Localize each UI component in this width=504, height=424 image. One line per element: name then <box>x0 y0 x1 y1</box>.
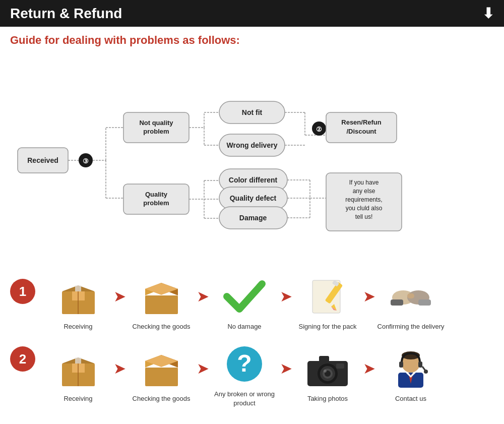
step-1-receiving-label: Receiving <box>64 322 92 331</box>
svg-text:/Discount: /Discount <box>346 128 376 135</box>
step-row-2: 2 Receiving ➤ <box>10 341 494 408</box>
box-open-icon-2 <box>136 346 186 391</box>
svg-text:any else: any else <box>353 188 375 195</box>
svg-rect-79 <box>145 368 178 386</box>
received-label: Received <box>27 156 58 164</box>
checkmark-icon <box>219 274 270 319</box>
step-2-receiving-label: Receiving <box>64 394 92 403</box>
svg-text:tell us!: tell us! <box>355 213 373 220</box>
step-1-checking: Checking the goods <box>123 274 199 331</box>
svg-text:Wrong delivery: Wrong delivery <box>227 141 278 149</box>
svg-text:Quality: Quality <box>145 191 168 198</box>
svg-text:problem: problem <box>143 128 169 135</box>
step-1-checking-label: Checking the goods <box>133 322 191 331</box>
step-1-signing-label: Signing for the pack <box>299 322 357 331</box>
svg-text:Color different: Color different <box>229 176 278 184</box>
step-2-any-broken-label: Any broken or wrong product <box>207 390 282 408</box>
step-1-receiving: Receiving <box>40 274 116 331</box>
svg-rect-71 <box>407 293 414 298</box>
header: Return & Refund ⬇ <box>0 0 504 27</box>
signing-icon <box>302 274 353 319</box>
svg-text:problem: problem <box>143 199 169 207</box>
svg-text:Not fit: Not fit <box>242 108 263 116</box>
svg-text:Not quality: Not quality <box>139 119 173 127</box>
svg-rect-59 <box>75 285 81 291</box>
step-2-contact: Contact us <box>373 346 449 403</box>
svg-rect-96 <box>399 361 403 368</box>
svg-rect-78 <box>75 357 81 364</box>
step-2-items: Receiving ➤ Checking the goods ➤ <box>40 341 494 408</box>
page-title: Return & Refund <box>10 6 122 22</box>
steps-section: 1 Receiving ➤ <box>0 269 504 423</box>
step-2-photos: Taking photos <box>290 346 365 403</box>
step-2-checking: Checking the goods <box>123 346 199 403</box>
svg-rect-73 <box>418 299 431 306</box>
step-1-no-damage: No damage <box>207 274 282 331</box>
svg-rect-90 <box>319 356 329 362</box>
step-2-photos-label: Taking photos <box>307 394 348 403</box>
guide-title: Guide for dealing with problems as follo… <box>0 27 504 52</box>
step-1-items: Receiving ➤ Checking the goods ➤ <box>40 274 494 331</box>
step-2-receiving: Receiving <box>40 346 116 403</box>
svg-text:③: ③ <box>83 157 89 165</box>
svg-text:Resen/Refun: Resen/Refun <box>341 118 382 126</box>
handshake-icon <box>386 274 436 319</box>
svg-point-92 <box>324 370 327 373</box>
box-open-icon-1 <box>136 274 186 319</box>
svg-text:Quality defect: Quality defect <box>230 194 277 202</box>
svg-text:you cluld also: you cluld also <box>346 205 383 212</box>
contact-icon <box>386 346 436 391</box>
step-1-confirming-label: Confirming the delivery <box>377 322 445 331</box>
step-1-no-damage-label: No damage <box>227 322 261 331</box>
box-closed-icon-2 <box>53 346 103 391</box>
svg-point-99 <box>424 370 428 374</box>
question-mark-icon: ? <box>219 341 270 387</box>
step-2-contact-label: Contact us <box>395 394 426 403</box>
svg-text:②: ② <box>316 126 322 133</box>
step-row-1: 1 Receiving ➤ <box>10 274 494 331</box>
svg-text:requirements,: requirements, <box>345 196 382 203</box>
svg-text:?: ? <box>237 350 251 377</box>
step-2-circle: 2 <box>10 346 35 372</box>
svg-rect-60 <box>145 295 178 314</box>
svg-rect-97 <box>418 361 422 368</box>
step-1-circle: 1 <box>10 279 35 304</box>
flowchart-area: Received ③ Not quality problem Quality p… <box>0 52 504 269</box>
box-closed-icon <box>53 274 103 319</box>
svg-text:If you have: If you have <box>349 179 379 186</box>
svg-rect-72 <box>391 299 403 306</box>
step-2-checking-label: Checking the goods <box>133 394 191 403</box>
svg-rect-91 <box>336 364 344 369</box>
step-1-signing: Signing for the pack <box>290 274 365 331</box>
step-2-any-broken: ? Any broken or wrong product <box>207 341 282 408</box>
svg-text:Damage: Damage <box>239 214 267 222</box>
header-arrow-icon: ⬇ <box>482 5 494 22</box>
step-1-confirming: Confirming the delivery <box>373 274 449 331</box>
camera-icon <box>302 346 353 391</box>
